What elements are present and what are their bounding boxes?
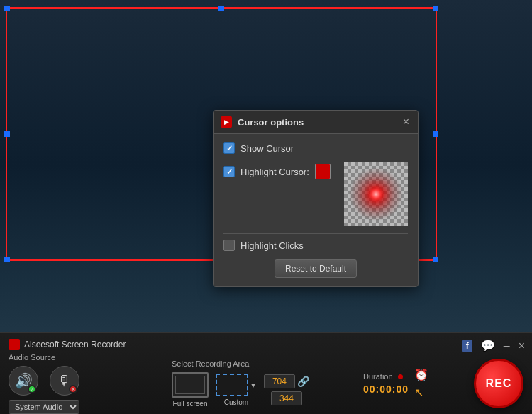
recording-area-controls: Full screen ▼ Custom bbox=[172, 372, 356, 408]
dialog-title: Cursor options bbox=[238, 117, 396, 128]
microphone-icon[interactable]: 🎙 ✕ bbox=[50, 366, 79, 396]
toolbar-right-icons: ⏰ ↖ bbox=[414, 368, 428, 399]
duration-time: 00:00:00 bbox=[363, 384, 409, 395]
width-row: 🔗 bbox=[264, 374, 309, 388]
toolbar-logo: Aiseesoft Screen Recorder bbox=[9, 339, 126, 350]
highlight-clicks-row: Highlight Clicks bbox=[223, 240, 408, 251]
dialog-body: ✓ Show Cursor ✓ Highlight Cursor: bbox=[214, 134, 418, 286]
duration-section: Duration 00:00:00 bbox=[363, 372, 409, 395]
height-row bbox=[271, 391, 302, 405]
show-cursor-checkbox[interactable]: ✓ bbox=[223, 142, 235, 154]
toolbar-content: Audio Source 🔊 ✓ 🎙 ✕ System Audio bbox=[9, 353, 523, 414]
reset-to-default-button[interactable]: Reset to Default bbox=[275, 259, 357, 278]
dialog-close-button[interactable]: × bbox=[401, 116, 411, 128]
custom-area-wrap: ▼ Custom bbox=[216, 374, 257, 406]
cursor-options-dialog: ▶ Cursor options × ✓ Show Cursor ✓ Highl… bbox=[213, 110, 419, 287]
full-screen-thumb bbox=[172, 372, 209, 398]
microphone-wrap: 🎙 ✕ bbox=[50, 366, 79, 396]
app-logo-icon bbox=[9, 339, 20, 350]
highlight-checkbox-group: ✓ Highlight Cursor: bbox=[223, 164, 331, 179]
custom-label: Custom bbox=[224, 398, 248, 406]
custom-size-inputs: 🔗 bbox=[264, 374, 309, 405]
audio-icons: 🔊 ✓ 🎙 ✕ bbox=[9, 366, 79, 396]
link-icon[interactable]: 🔗 bbox=[297, 376, 309, 387]
highlight-clicks-checkbox[interactable] bbox=[223, 240, 235, 251]
audio-section: Audio Source 🔊 ✓ 🎙 ✕ System Audio bbox=[9, 353, 172, 414]
facebook-icon[interactable]: f bbox=[462, 340, 472, 352]
duration-dot bbox=[398, 374, 403, 379]
full-screen-button[interactable]: Full screen bbox=[172, 372, 209, 408]
alarm-icon[interactable]: ⏰ bbox=[414, 368, 428, 381]
show-cursor-row: ✓ Show Cursor bbox=[223, 142, 408, 154]
dialog-icon: ▶ bbox=[221, 116, 232, 128]
toolbar-top-right-icons: f 💬 – × bbox=[462, 339, 525, 352]
rec-label: REC bbox=[486, 377, 512, 390]
highlight-cursor-label: Highlight Cursor: bbox=[240, 167, 309, 177]
cursor-preview bbox=[344, 162, 408, 226]
comments-icon[interactable]: 💬 bbox=[481, 339, 495, 352]
divider bbox=[223, 233, 408, 234]
minimize-button[interactable]: – bbox=[504, 340, 510, 352]
duration-label: Duration bbox=[363, 372, 403, 381]
highlight-cursor-checkbox[interactable]: ✓ bbox=[223, 166, 235, 177]
system-audio-wrap: 🔊 ✓ bbox=[9, 366, 38, 396]
system-audio-select[interactable]: System Audio bbox=[9, 400, 79, 414]
microphone-status: ✕ bbox=[69, 385, 77, 393]
custom-dropdown-arrow[interactable]: ▼ bbox=[250, 381, 257, 389]
show-cursor-label: Show Cursor bbox=[240, 143, 294, 154]
cursor-icon[interactable]: ↖ bbox=[414, 386, 428, 399]
highlight-cursor-checkmark: ✓ bbox=[226, 167, 233, 177]
width-input[interactable] bbox=[264, 374, 295, 388]
close-button[interactable]: × bbox=[519, 340, 525, 352]
show-cursor-checkmark: ✓ bbox=[226, 144, 233, 153]
highlight-cursor-row: ✓ Highlight Cursor: bbox=[223, 162, 408, 226]
glow-canvas bbox=[344, 162, 408, 226]
height-input[interactable] bbox=[271, 391, 302, 405]
audio-source-label: Audio Source bbox=[9, 353, 55, 362]
highlight-clicks-label: Highlight Clicks bbox=[240, 240, 304, 251]
system-audio-icon[interactable]: 🔊 ✓ bbox=[9, 366, 38, 396]
recording-area-section: Select Recording Area Full screen bbox=[172, 359, 356, 408]
rec-button[interactable]: REC bbox=[474, 359, 523, 408]
full-screen-label: Full screen bbox=[173, 400, 208, 408]
custom-button[interactable]: ▼ Custom bbox=[216, 374, 257, 406]
dialog-titlebar: ▶ Cursor options × bbox=[214, 111, 418, 134]
app-title: Aiseesoft Screen Recorder bbox=[24, 340, 126, 349]
highlight-color-swatch[interactable] bbox=[315, 164, 331, 179]
select-recording-area-label: Select Recording Area bbox=[172, 359, 356, 368]
system-audio-status: ✓ bbox=[28, 385, 36, 393]
custom-thumb bbox=[216, 374, 248, 396]
toolbar: Aiseesoft Screen Recorder f 💬 – × Audio … bbox=[0, 332, 532, 414]
